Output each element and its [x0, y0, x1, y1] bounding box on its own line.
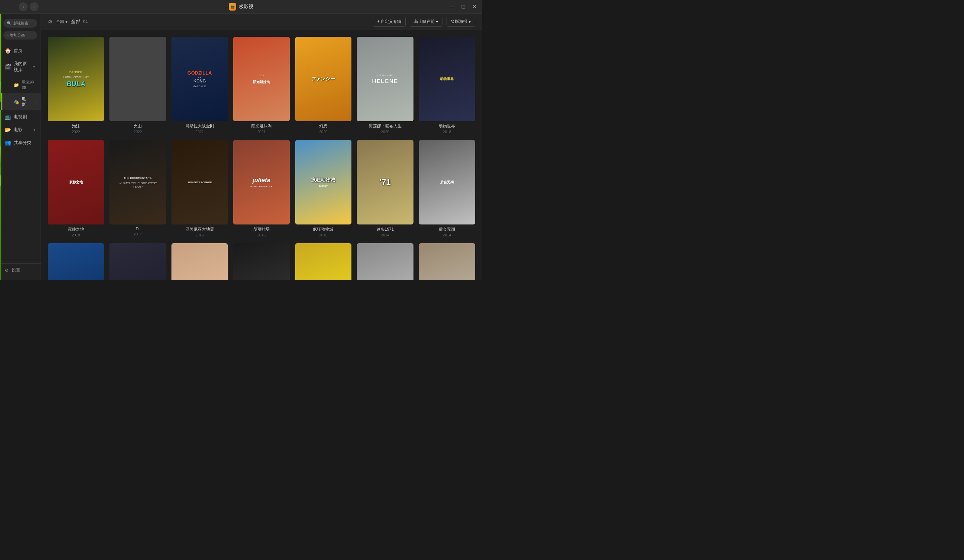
home-icon: 🏠 — [5, 48, 11, 54]
movie-poster: DOMINO ONE — [357, 243, 413, 280]
more-options-icon[interactable]: ··· — [33, 99, 36, 104]
window-controls: ─ □ ✕ — [449, 3, 478, 11]
recent-icon: 📁 — [14, 83, 19, 88]
sidebar-item-my-library[interactable]: 🎬 我的影视库 ▼ — [0, 57, 41, 76]
movie-card[interactable]: 火山 2022 — [109, 37, 166, 135]
sidebar-item-movies[interactable]: 🎭 电影 ··· — [0, 93, 41, 110]
movie-info: 泡沫 2022 — [48, 121, 104, 135]
movie-poster: 3 idiots — [295, 243, 352, 280]
movie-poster: la libertad — [419, 243, 475, 280]
titlebar: ‹ › 🎬 极影视 ─ □ ✕ — [0, 0, 482, 14]
movie-info: 寂静之地 2018 — [48, 224, 104, 238]
movie-info: 疯狂动物城 2016 — [295, 224, 352, 238]
app-logo: 🎬 — [229, 3, 236, 11]
movie-info: 海莲娜：画布人生 2020 — [357, 121, 413, 135]
sort-dropdown[interactable]: 新上映在前 ▾ — [410, 17, 443, 27]
movie-info: 火山 2022 — [109, 121, 166, 135]
movie-poster: WRITTEN AND DIRECTED BY JOEL & ETHAN COE… — [109, 243, 166, 280]
chevron-down-icon: ▾ — [469, 19, 471, 24]
close-button[interactable]: ✕ — [471, 3, 478, 11]
main-content: ⚙ 全部 ▾ 全部 94 + 自定义专辑 新上映在前 ▾ 竖版海报 ▾ — [41, 14, 482, 280]
minimize-button[interactable]: ─ — [449, 3, 456, 11]
movie-card[interactable]: WRITTEN AND DIRECTED BY JOEL & ETHAN COE… — [109, 243, 166, 280]
movie-card[interactable]: GODZILLA vs KONG MARCH 31 哥斯拉大战金刚 2021 — [171, 37, 228, 135]
movie-card[interactable]: DANGER EXtra Service, Sir? BULA 泡沫 2022 — [48, 37, 104, 135]
movie-card[interactable]: BURL — [233, 243, 290, 280]
movie-poster: 6.11 阳光姐妹淘 — [233, 37, 290, 121]
movie-card[interactable]: THE DOCUMENTARY. WHAT'S YOUR GREATEST FE… — [109, 140, 166, 238]
sidebar-nav: 🏠 首页 🎬 我的影视库 ▼ 📁 最近添加 🎭 电影 ··· 📺 电视剧 — [0, 44, 41, 263]
movie-info: 后会无期 2014 — [419, 224, 475, 238]
movie-card[interactable]: la libertad — [419, 243, 475, 280]
movie-card[interactable]: DOMINO ONE Domino One — [357, 243, 413, 280]
maximize-button[interactable]: □ — [459, 3, 467, 11]
forward-button[interactable]: › — [30, 2, 39, 11]
movie-poster: '71 — [357, 140, 413, 224]
movie-poster: ファンシー — [295, 37, 352, 121]
movie-info: 动物世界 2018 — [419, 121, 475, 135]
movie-card[interactable]: ЗЕМЛЕТРЯСЕНИЕ 亚美尼亚大地震 2016 — [171, 140, 228, 238]
search-button[interactable]: 🔍 影视搜索 — [3, 19, 37, 28]
app-body: 🔍 影视搜索 + 增加分类 🏠 首页 🎬 我的影视库 ▼ 📁 最近添加 🎭 — [0, 14, 482, 280]
settings-icon: ⚙ — [5, 268, 9, 273]
movie-grid-container[interactable]: DANGER EXtra Service, Sir? BULA 泡沫 2022 — [41, 30, 482, 280]
movie-card[interactable]: 动物世界 动物世界 2018 — [419, 37, 475, 135]
movie-info: 哥斯拉大战金刚 2021 — [171, 121, 228, 135]
back-button[interactable]: ‹ — [19, 2, 28, 11]
titlebar-nav: ‹ › — [19, 2, 39, 11]
search-icon: 🔍 — [7, 21, 11, 26]
movie-card[interactable]: LAURA BIRN HELENE 海莲娜：画布人生 2020 — [357, 37, 413, 135]
movie-poster: IMAX JOURNEY TO THE SOUTH PACIFIC — [48, 243, 104, 280]
movie-card[interactable]: '71 迷失1971 2014 — [357, 140, 413, 238]
movie-poster — [109, 37, 166, 121]
sidebar-item-tv[interactable]: 📺 电视剧 — [0, 110, 41, 123]
total-count: 全部 94 — [71, 19, 370, 25]
movie-card[interactable]: IMAX JOURNEY TO THE SOUTH PACIFIC 南太平洋之旅 — [48, 243, 104, 280]
movie-info: 阳光姐妹淘 2021 — [233, 121, 290, 135]
movie-poster: DANGER EXtra Service, Sir? BULA — [48, 37, 104, 121]
sidebar-item-home[interactable]: 🏠 首页 — [0, 44, 41, 57]
movie-poster: THE DOCUMENTARY. WHAT'S YOUR GREATEST FE… — [109, 140, 166, 224]
movie-card[interactable]: 后会无期 后会无期 2014 — [419, 140, 475, 238]
movie-card[interactable]: 寂静之地 寂静之地 2018 — [48, 140, 104, 238]
movie-poster: BURL — [233, 243, 290, 280]
folder-icon: 📂 — [5, 127, 11, 133]
movie-card[interactable]: ファンシー 幻想 2020 — [295, 37, 352, 135]
movie-grid: DANGER EXtra Service, Sir? BULA 泡沫 2022 — [48, 37, 475, 280]
movie-info: 迷失1971 2014 — [357, 224, 413, 238]
movie-card[interactable]: 3 idiots 3 Idiots — [295, 243, 352, 280]
export-icon: ⬆ — [33, 128, 36, 132]
settings-button[interactable]: ⚙ 设置 — [0, 263, 41, 277]
sidebar-item-shared[interactable]: 👥 共享分类 — [0, 136, 41, 149]
movies-icon: 🎭 — [14, 99, 19, 105]
sidebar: 🔍 影视搜索 + 增加分类 🏠 首页 🎬 我的影视库 ▼ 📁 最近添加 🎭 — [0, 14, 41, 280]
movie-info: 亚美尼亚大地震 2016 — [171, 224, 228, 238]
sidebar-item-recently-added[interactable]: 📁 最近添加 — [0, 76, 41, 93]
movie-info: 胡丽叶塔 2016 — [233, 224, 290, 238]
tv-icon: 📺 — [5, 114, 11, 120]
movie-card[interactable]: 我的少女时代 MY GIRLHOOD 我的少女时代 — [171, 243, 228, 280]
sidebar-left-indicator2 — [0, 146, 2, 167]
sidebar-left-indicator3 — [0, 175, 2, 186]
filter-icon[interactable]: ⚙ — [48, 18, 52, 25]
toolbar: ⚙ 全部 ▾ 全部 94 + 自定义专辑 新上映在前 ▾ 竖版海报 ▾ — [41, 14, 482, 30]
movie-poster: 我的少女时代 MY GIRLHOOD — [171, 243, 228, 280]
movie-card[interactable]: julieta an film de Almodovar 胡丽叶塔 2016 — [233, 140, 290, 238]
movie-poster: 动物世界 — [419, 37, 475, 121]
chevron-down-icon: ▾ — [65, 19, 67, 24]
movie-info: 幻想 2020 — [295, 121, 352, 135]
add-category-button[interactable]: + 增加分类 — [3, 31, 37, 39]
library-icon: 🎬 — [5, 64, 11, 70]
app-title: 🎬 极影视 — [229, 3, 253, 11]
sidebar-item-movies2[interactable]: 📂 电影 ⬆ — [0, 123, 41, 136]
movie-card[interactable]: 疯狂动物城 Disney 疯狂动物城 2016 — [295, 140, 352, 238]
chevron-down-icon: ▾ — [436, 19, 438, 24]
filter-dropdown[interactable]: 全部 ▾ — [56, 19, 67, 24]
custom-album-button[interactable]: + 自定义专辑 — [373, 17, 405, 27]
movie-card[interactable]: 6.11 阳光姐妹淘 阳光姐妹淘 2021 — [233, 37, 290, 135]
chevron-down-icon: ▼ — [33, 65, 36, 69]
movie-poster: julieta an film de Almodovar — [233, 140, 290, 224]
view-mode-button[interactable]: 竖版海报 ▾ — [446, 17, 475, 27]
movie-poster: GODZILLA vs KONG MARCH 31 — [171, 37, 228, 121]
active-indicator — [2, 93, 2, 110]
